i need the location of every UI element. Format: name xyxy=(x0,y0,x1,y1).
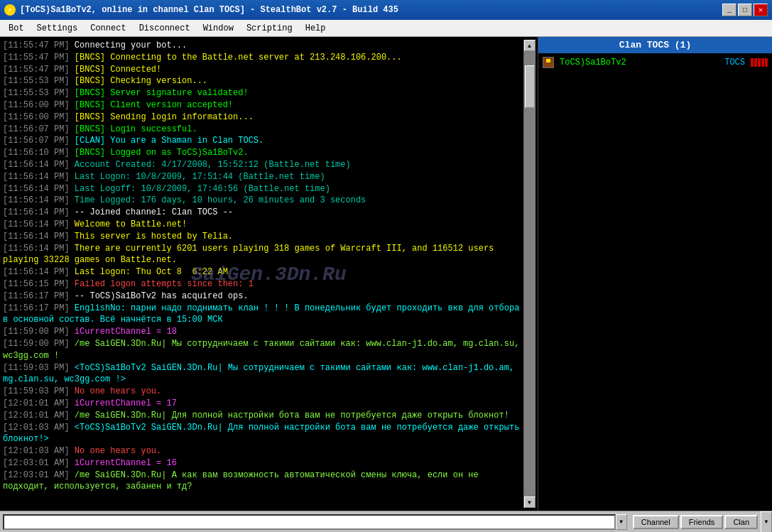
chat-scrollbar[interactable]: ▲ ▼ xyxy=(523,40,535,508)
scroll-down-button[interactable]: ▼ xyxy=(524,496,535,508)
chat-line: [12:01:03 AM] No one hears you. xyxy=(3,445,523,457)
menu-window[interactable]: Window xyxy=(197,22,239,35)
main-scroll-down[interactable]: ▼ xyxy=(761,511,772,533)
scroll-up-button[interactable]: ▲ xyxy=(524,40,535,51)
chat-line: [11:56:17 PM] EnglishNo: парни надо подн… xyxy=(3,303,523,327)
clan-button[interactable]: Clan xyxy=(724,515,758,529)
chat-line: [12:03:01 AM] iCurrentChannel = 16 xyxy=(3,457,523,469)
friends-button[interactable]: Friends xyxy=(680,515,724,529)
maximize-button[interactable]: □ xyxy=(738,4,752,16)
menu-scripting[interactable]: Scripting xyxy=(241,22,298,35)
chat-line: [11:56:07 PM] [BNCS] Login successful. xyxy=(3,124,523,136)
svg-rect-1 xyxy=(546,59,550,63)
chat-line: [11:56:00 PM] [BNCS] Sending login infor… xyxy=(3,112,523,124)
chat-line: [11:56:14 PM] There are currently 6201 u… xyxy=(3,243,523,267)
main-container: [11:55:47 PM] Connecting your bot...[11:… xyxy=(0,37,772,511)
chat-line: [11:55:53 PM] [BNCS] Server signature va… xyxy=(3,87,523,99)
user-list: ToCS)Sa1BoTv2TOCS xyxy=(538,53,772,511)
app-icon: ⚡ xyxy=(4,4,16,16)
chat-line: [11:56:10 PM] [BNCS] Logged on as ToCS)S… xyxy=(3,147,523,159)
user-flags xyxy=(751,58,768,67)
user-list-item[interactable]: ToCS)Sa1BoTv2TOCS xyxy=(540,55,771,70)
window-controls: _ □ ✕ xyxy=(722,4,768,16)
close-button[interactable]: ✕ xyxy=(754,4,768,16)
chat-line: [11:56:07 PM] [CLAN] You are a Shaman in… xyxy=(3,135,523,147)
chat-area: [11:55:47 PM] Connecting your bot...[11:… xyxy=(0,37,538,511)
chat-log: [11:55:47 PM] Connecting your bot...[11:… xyxy=(3,40,523,508)
menu-connect[interactable]: Connect xyxy=(85,22,131,35)
chat-line: [12:03:01 AM] /me SaiGEN.3Dn.Ru| А как в… xyxy=(3,469,523,494)
chat-line: [11:59:03 PM] No one hears you. xyxy=(3,386,523,398)
input-area: ▼ xyxy=(0,513,630,531)
chat-line: [12:01:01 AM] /me SaiGEN.3Dn.Ru| Для пол… xyxy=(3,410,523,422)
chat-line: [11:55:53 PM] [BNCS] Checking version... xyxy=(3,75,523,87)
chat-line: [11:56:14 PM] Account Created: 4/17/2008… xyxy=(3,159,523,171)
menu-settings[interactable]: Settings xyxy=(31,22,84,35)
user-clan: TOCS xyxy=(724,58,745,67)
chat-line: [11:56:17 PM] -- ToCS)Sa1BoTv2 has acqui… xyxy=(3,291,523,303)
chat-line: [11:56:14 PM] Time Logged: 176 days, 10 … xyxy=(3,195,523,207)
input-scroll-button[interactable]: ▼ xyxy=(616,514,627,530)
minimize-button[interactable]: _ xyxy=(722,4,736,16)
chat-line: [11:55:47 PM] [BNCS] Connected! xyxy=(3,64,523,76)
svg-marker-2 xyxy=(543,63,553,67)
bottom-bar: ▼ Channel Friends Clan ▼ xyxy=(0,511,772,532)
chat-line: [11:56:00 PM] [BNCS] Client version acce… xyxy=(3,99,523,112)
menu-help[interactable]: Help xyxy=(300,22,332,35)
chat-line: [11:56:14 PM] -- Joined channel: Clan TO… xyxy=(3,207,523,219)
window-title: [ToCS)Sa1BoTv2, online in channel Clan T… xyxy=(20,5,398,15)
chat-line: [11:59:00 PM] iCurrentChannel = 18 xyxy=(3,326,523,338)
chat-line: [11:56:14 PM] Welcome to Battle.net! xyxy=(3,219,523,231)
menu-bar: Bot Settings Connect Disconnect Window S… xyxy=(0,20,772,37)
scrollbar-track xyxy=(524,51,535,496)
scrollbar-thumb[interactable] xyxy=(525,65,535,108)
menu-bot[interactable]: Bot xyxy=(3,22,30,35)
chat-input[interactable] xyxy=(3,514,616,530)
menu-disconnect[interactable]: Disconnect xyxy=(134,22,196,35)
chat-line: [11:56:14 PM] Last logon: Thu Oct 8 6:22… xyxy=(3,266,523,278)
user-name: ToCS)Sa1BoTv2 xyxy=(560,58,719,67)
chat-line: [11:56:14 PM] Last Logon: 10/8/2009, 17:… xyxy=(3,171,523,183)
chat-line: [12:01:03 AM] <ToCS)Sa1BoTv2 SaiGEN.3Dn.… xyxy=(3,422,523,446)
bottom-buttons: Channel Friends Clan xyxy=(630,514,761,531)
chat-line: [11:59:00 PM] /me SaiGEN.3Dn.Ru| Мы сотр… xyxy=(3,338,523,362)
chat-line: [12:01:01 AM] iCurrentChannel = 17 xyxy=(3,398,523,410)
user-avatar xyxy=(543,57,554,68)
chat-line: [11:56:15 PM] Failed logon attempts sinc… xyxy=(3,278,523,291)
channel-button[interactable]: Channel xyxy=(633,515,679,529)
channel-header: Clan TOCS (1) xyxy=(538,37,772,53)
chat-line: [11:56:14 PM] This server is hosted by T… xyxy=(3,231,523,243)
chat-line: [11:59:03 PM] <ToCS)Sa1BoTv2 SaiGEN.3Dn.… xyxy=(3,362,523,386)
chat-line: [11:55:47 PM] Connecting your bot... xyxy=(3,40,523,52)
chat-line: [11:55:47 PM] [BNCS] Connecting to the B… xyxy=(3,52,523,64)
right-panel: Clan TOCS (1) ToCS)Sa1BoTv2TOCS xyxy=(538,37,772,511)
chat-line: [11:56:14 PM] Last Logoff: 10/8/2009, 17… xyxy=(3,183,523,195)
title-bar: ⚡ [ToCS)Sa1BoTv2, online in channel Clan… xyxy=(0,0,772,20)
